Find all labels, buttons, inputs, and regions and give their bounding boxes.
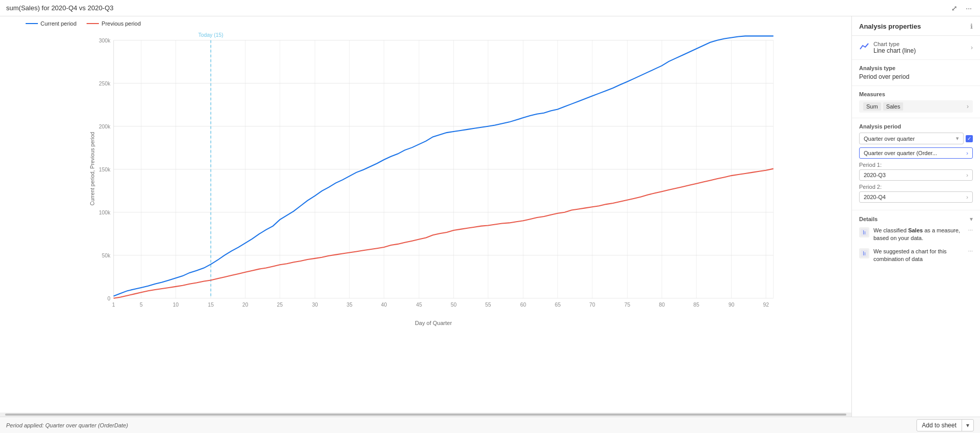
add-to-sheet-button[interactable]: Add to sheet ▾ (916, 419, 974, 431)
detail-icon-1: Iı (859, 248, 869, 258)
ap-sub-value-text: Quarter over quarter (Order... (864, 150, 937, 156)
svg-text:200k: 200k (99, 124, 111, 129)
more-button[interactable]: ··· (964, 3, 974, 13)
period-applied-value: Quarter over quarter (OrderDate) (45, 422, 128, 428)
period-applied-label: Period applied: (6, 422, 44, 428)
details-header: Details ▾ (859, 215, 973, 223)
ap-dropdown-chevron: ▾ (956, 135, 959, 142)
measure-tags: Sum Sales (863, 102, 903, 111)
details-label: Details (859, 216, 878, 222)
chart-type-label: Chart type (873, 41, 967, 47)
legend-previous-line (87, 23, 99, 24)
measure-tag-sales: Sales (883, 102, 904, 111)
add-to-sheet-arrow[interactable]: ▾ (962, 420, 973, 431)
svg-text:1: 1 (112, 302, 115, 308)
ap-dropdown-row: Quarter over quarter ▾ ✓ (859, 133, 973, 144)
add-to-sheet-label: Add to sheet (917, 420, 962, 431)
period1-label: Period 1: (859, 162, 973, 168)
panel-title: Analysis properties (859, 23, 921, 30)
svg-text:55: 55 (485, 302, 491, 308)
analysis-type-label: Analysis type (859, 65, 973, 71)
svg-text:30: 30 (312, 302, 318, 308)
svg-text:0: 0 (108, 296, 111, 301)
chart-area: Current period Previous period 300k 250k… (0, 16, 852, 417)
svg-text:25: 25 (277, 302, 283, 308)
bottom-bar: Period applied: Quarter over quarter (Or… (0, 417, 980, 433)
detail-item-0: Iı We classified Sales as a measure, bas… (859, 227, 973, 243)
svg-text:150k: 150k (99, 167, 111, 172)
scrollbar-track (5, 414, 846, 416)
period2-label: Period 2: (859, 184, 973, 190)
detail-more-0[interactable]: ··· (968, 227, 973, 233)
legend-current-label: Current period (40, 20, 76, 27)
right-panel: Analysis properties ℹ Chart type Line ch… (852, 16, 980, 417)
svg-text:Iı: Iı (863, 251, 866, 256)
title-actions: ⤢ ··· (949, 3, 974, 13)
analysis-type-value: Period over period (859, 73, 973, 80)
measure-row: Sum Sales › (859, 100, 973, 113)
ap-dropdown-value: Quarter over quarter (864, 136, 915, 142)
panel-info-icon[interactable]: ℹ (970, 23, 973, 30)
analysis-type-section: Analysis type Period over period (852, 60, 980, 86)
measures-label: Measures (859, 91, 973, 97)
ap-dropdown[interactable]: Quarter over quarter ▾ (859, 133, 964, 144)
svg-text:100k: 100k (99, 210, 111, 215)
ap-sub-row: Quarter over quarter (Order... › (859, 147, 973, 159)
period2-value: 2020-Q4 (864, 194, 886, 200)
svg-text:20: 20 (242, 302, 248, 308)
legend-previous-label: Previous period (101, 20, 140, 27)
ap-label: Analysis period (859, 123, 973, 129)
svg-text:60: 60 (520, 302, 526, 308)
period-info: Period applied: Quarter over quarter (Or… (6, 422, 128, 428)
scrollbar-thumb (5, 414, 846, 416)
detail-item-1: Iı We suggested a chart for this combina… (859, 248, 973, 264)
chart-svg: 300k 250k 200k 150k 100k 50k 0 (31, 31, 836, 317)
svg-text:65: 65 (555, 302, 561, 308)
chart-type-info: Chart type Line chart (line) (873, 41, 967, 54)
chart-type-value: Line chart (line) (873, 47, 967, 54)
measures-chevron[interactable]: › (967, 103, 969, 110)
details-chevron[interactable]: ▾ (970, 215, 973, 223)
svg-text:Current period, Previous perio: Current period, Previous period (90, 132, 95, 205)
period2-selector[interactable]: 2020-Q4 › (859, 191, 973, 203)
x-axis-label: Day of Quarter (31, 319, 836, 328)
detail-more-1[interactable]: ··· (968, 248, 973, 254)
ap-check-icon: ✓ (967, 136, 971, 141)
measure-tag-sum: Sum (863, 102, 881, 111)
ap-sub-chevron: › (966, 150, 968, 156)
svg-text:50: 50 (451, 302, 457, 308)
ap-checkbox[interactable]: ✓ (966, 135, 973, 142)
svg-text:250k: 250k (99, 81, 111, 86)
svg-text:35: 35 (346, 302, 352, 308)
legend-current-line (26, 23, 38, 24)
expand-button[interactable]: ⤢ (949, 3, 960, 13)
svg-text:50k: 50k (102, 253, 111, 258)
chart-scrollbar[interactable] (0, 413, 851, 417)
analysis-period-section: Analysis period Quarter over quarter ▾ ✓… (852, 118, 980, 210)
line-chart-icon (859, 41, 869, 54)
svg-text:45: 45 (416, 302, 422, 308)
svg-text:90: 90 (728, 302, 735, 308)
svg-text:15: 15 (208, 302, 214, 308)
ap-sub-selector[interactable]: Quarter over quarter (Order... › (859, 147, 973, 159)
chart-type-section: Chart type Line chart (line) › (852, 36, 980, 60)
period1-row: Period 1: 2020-Q3 › (859, 162, 973, 181)
detail-text-0: We classified Sales as a measure, based … (873, 227, 964, 243)
legend-current: Current period (26, 20, 76, 27)
svg-text:Today (15): Today (15) (198, 32, 223, 38)
chart-wrapper: 300k 250k 200k 150k 100k 50k 0 (0, 31, 851, 413)
svg-text:300k: 300k (99, 38, 111, 44)
details-section: Details ▾ Iı We classified Sales as a me… (852, 210, 980, 274)
svg-text:92: 92 (763, 302, 769, 308)
period2-chevron: › (966, 194, 968, 200)
period1-selector[interactable]: 2020-Q3 › (859, 169, 973, 181)
detail-text-1: We suggested a chart for this combinatio… (873, 248, 964, 264)
legend-previous: Previous period (87, 20, 140, 27)
svg-text:5: 5 (140, 302, 143, 308)
chart-type-chevron[interactable]: › (971, 44, 973, 51)
svg-text:75: 75 (624, 302, 631, 308)
svg-text:70: 70 (589, 302, 595, 308)
title-bar: sum(Sales) for 2020-Q4 vs 2020-Q3 ⤢ ··· (0, 0, 980, 16)
svg-text:10: 10 (173, 302, 179, 308)
measures-section: Measures Sum Sales › (852, 86, 980, 118)
